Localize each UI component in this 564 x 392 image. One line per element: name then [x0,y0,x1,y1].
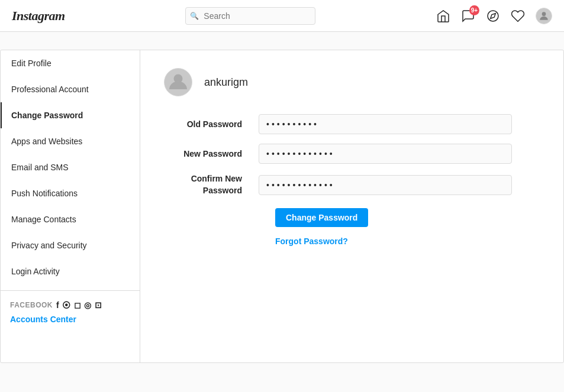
home-button[interactable] [436,9,450,23]
confirm-password-row: Confirm New Password [164,173,540,196]
sidebar-item-manage-contacts[interactable]: Manage Contacts [1,206,140,232]
new-password-input[interactable] [259,144,512,164]
explore-button[interactable] [486,9,500,23]
confirm-password-input[interactable] [259,175,512,195]
change-password-button[interactable]: Change Password [275,208,368,227]
sidebar-item-edit-profile[interactable]: Edit Profile [1,50,140,76]
accounts-center-link[interactable]: Accounts Center [10,315,76,324]
notification-badge: 9+ [469,5,479,15]
search-icon: 🔍 [190,12,199,20]
search-input[interactable] [185,7,315,25]
facebook-icon: f [56,300,59,310]
oculus-icon: ⊡ [95,300,102,310]
notifications-button[interactable]: 9+ [461,9,475,23]
search-bar[interactable]: 🔍 [185,7,315,25]
confirm-password-label: Confirm New Password [164,173,259,196]
sidebar-item-login-activity[interactable]: Login Activity [1,258,140,284]
top-navigation: Instagram 🔍 9+ [0,0,564,32]
sidebar-item-privacy-and-security[interactable]: Privacy and Security [1,232,140,258]
facebook-social-icons: f ⦿ ◻ ◎ ⊡ [56,300,102,310]
old-password-label: Old Password [164,119,259,129]
forgot-password-link[interactable]: Forgot Password? [275,237,540,246]
new-password-label: New Password [164,149,259,158]
svg-point-2 [542,12,546,16]
sidebar-item-email-and-sms[interactable]: Email and SMS [1,154,140,180]
facebook-section: FACEBOOK f ⦿ ◻ ◎ ⊡ Accounts Center [1,290,140,329]
nav-icons: 9+ [436,8,552,24]
instagram-logo: Instagram [12,8,65,24]
messenger-icon: ⦿ [62,300,71,310]
profile-username: ankurigm [204,76,248,89]
profile-header: ankurigm [164,68,540,96]
sidebar: Edit Profile Professional Account Change… [1,50,140,362]
profile-avatar [164,68,192,96]
sidebar-item-push-notifications[interactable]: Push Notifications [1,180,140,206]
likes-button[interactable] [511,9,525,23]
old-password-input[interactable] [259,114,512,134]
facebook-label: FACEBOOK f ⦿ ◻ ◎ ⊡ [10,300,130,310]
svg-marker-1 [491,13,495,18]
whatsapp-icon: ◎ [84,300,92,310]
change-password-content: ankurigm Old Password New Password Confi… [140,50,563,362]
profile-avatar-button[interactable] [536,8,552,24]
instagram-icon: ◻ [74,300,82,310]
sidebar-item-apps-and-websites[interactable]: Apps and Websites [1,128,140,154]
old-password-row: Old Password [164,114,540,134]
sidebar-item-change-password[interactable]: Change Password [1,102,140,128]
main-container: Edit Profile Professional Account Change… [0,50,564,363]
svg-point-0 [488,11,498,21]
new-password-row: New Password [164,144,540,164]
sidebar-item-professional-account[interactable]: Professional Account [1,76,140,102]
